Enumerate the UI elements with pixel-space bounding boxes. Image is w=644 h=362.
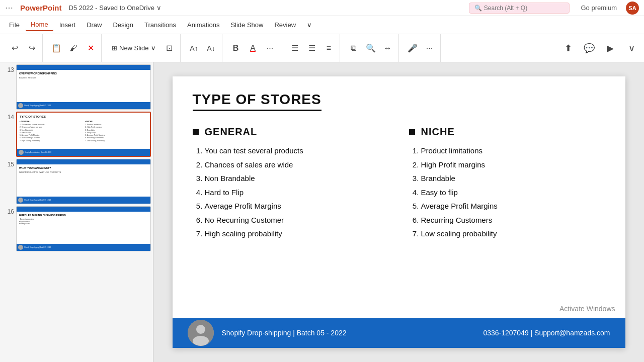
new-slide-button[interactable]: ⊞ New Slide ∨ (108, 42, 160, 54)
user-avatar[interactable]: SA (626, 2, 639, 15)
ribbon-more-button[interactable]: ∨ (623, 40, 640, 57)
menu-home[interactable]: Home (26, 19, 53, 31)
arrange-button[interactable]: ⧉ (346, 41, 361, 56)
general-item-7: High scaling probability (205, 229, 389, 239)
format-group: B A ··· (225, 34, 281, 62)
font-increase-button[interactable]: A↑ (187, 41, 202, 56)
font-group: A↑ A↓ (184, 34, 222, 62)
slide-body: TYPE OF STORES GENERAL You can test seve… (173, 76, 625, 243)
niche-bullet (409, 129, 415, 135)
slide-thumb-16[interactable]: 16 HURDLES DURING BUSINESS PERIOD • Acco… (2, 206, 151, 251)
activate-windows-text: Activate Windows (559, 305, 615, 313)
present-button[interactable]: ▶ (602, 40, 619, 57)
slide-14-footer: Shopify Drop-shipping | Batch 05 - 2022 (17, 149, 150, 156)
delete-button[interactable]: ✕ (83, 41, 98, 56)
slide-main-title: TYPE OF STORES (193, 92, 321, 111)
slide-13-title: OVERVIEW OF DROPSHIPPING (19, 72, 148, 75)
comments-button[interactable]: 💬 (581, 40, 598, 57)
svg-point-2 (193, 336, 209, 346)
general-item-4: Hard to Flip (205, 188, 389, 198)
bullets-button[interactable]: ☰ (287, 41, 302, 56)
clipboard-button[interactable]: 📋 (49, 41, 64, 56)
general-list: You can test several products Chances of… (193, 146, 389, 239)
slide-15-footer: Shopify Drop-shipping | Batch 05 - 2022 (17, 197, 150, 204)
footer-phone: 0336-1207049 (483, 329, 528, 337)
slide-preview-14[interactable]: TYPE OF STORES • GENERAL 1. You can test… (16, 112, 151, 157)
slide-16-footer: Shopify Drop-shipping | Batch 05 - 2022 (17, 244, 150, 251)
share-button[interactable]: ⬆ (559, 40, 577, 57)
numbering-button[interactable]: ☰ (304, 41, 319, 56)
align-button[interactable]: ≡ (321, 41, 337, 56)
slides-group: ⊞ New Slide ∨ ⊡ (105, 34, 181, 62)
general-bullet (193, 129, 199, 135)
slide-preview-13[interactable]: OVERVIEW OF DROPSHIPPING Business Struct… (16, 64, 151, 110)
general-item-6: No Recurring Customer (205, 215, 389, 225)
niche-item-6: Recurring Customers (421, 215, 605, 225)
slide-13-footer: Shopify Drop-shipping | Batch 05 - 2022 (17, 102, 150, 109)
mic-button[interactable]: 🎤 (405, 41, 420, 56)
slide-preview-16[interactable]: HURDLES DURING BUSINESS PERIOD • Account… (16, 206, 151, 251)
menu-design[interactable]: Design (108, 19, 138, 31)
niche-item-7: Low scaling probability (421, 229, 605, 239)
slide-15-header (17, 159, 150, 164)
menu-transitions[interactable]: Transitions (139, 19, 181, 31)
niche-item-1: Product limitations (421, 146, 605, 156)
slide-main[interactable]: TYPE OF STORES GENERAL You can test seve… (173, 76, 625, 348)
slide-panel[interactable]: 13 OVERVIEW OF DROPSHIPPING Business Str… (0, 62, 153, 362)
slide-15-title: WHAT YOU CAN EXPECT? (19, 166, 148, 169)
undo-button[interactable]: ↩ (7, 41, 22, 56)
more-format-button[interactable]: ··· (263, 41, 278, 56)
slide-thumb-15[interactable]: 15 WHAT YOU CAN EXPECT? WOW PRODUCT VS D… (2, 159, 151, 204)
slide-14-title: TYPE OF STORES (20, 115, 147, 118)
new-slide-label: New Slide (119, 44, 149, 52)
niche-header: NICHE (409, 126, 605, 138)
menu-animations[interactable]: Animations (182, 19, 224, 31)
niche-title: NICHE (421, 126, 455, 138)
slide-14-footer-text: Shopify Drop-shipping | Batch 05 - 2022 (25, 151, 51, 153)
general-item-3: Non Brandable (205, 173, 389, 184)
menu-slideshow[interactable]: Slide Show (225, 19, 268, 31)
clipboard-group: 📋 🖌 ✕ (46, 34, 102, 62)
main-layout: 13 OVERVIEW OF DROPSHIPPING Business Str… (0, 62, 644, 362)
slide-num-16: 16 (2, 206, 14, 215)
title-bar: ⋯ PowerPoint D5 2022 - Saved to OneDrive… (0, 0, 644, 16)
footer-separator: | (531, 329, 535, 337)
bold-button[interactable]: B (228, 41, 244, 56)
find-button[interactable]: 🔍 (363, 41, 378, 56)
slide-16-footer-text: Shopify Drop-shipping | Batch 05 - 2022 (24, 246, 51, 248)
slide-preview-15[interactable]: WHAT YOU CAN EXPECT? WOW PRODUCT VS DAIL… (16, 159, 151, 204)
slide-16-avatar (18, 245, 23, 250)
search-input[interactable] (469, 3, 570, 14)
layout-button[interactable]: ⊡ (162, 41, 177, 56)
redo-button[interactable]: ↪ (24, 41, 39, 56)
slide-16-header (17, 207, 150, 212)
format-painter-button[interactable]: 🖌 (66, 41, 81, 56)
content-area: TYPE OF STORES GENERAL You can test seve… (153, 62, 644, 362)
menu-review[interactable]: Review (269, 19, 301, 31)
voice-group: 🎤 ··· (402, 34, 441, 62)
slide-header-bar (17, 65, 150, 70)
niche-item-2: High Profit margins (421, 160, 605, 170)
app-dots: ⋯ (5, 3, 13, 13)
slide-num-15: 15 (2, 159, 14, 168)
niche-item-3: Brandable (421, 173, 605, 184)
menu-draw[interactable]: Draw (82, 19, 107, 31)
general-item-5: Average Profit Margins (205, 201, 389, 211)
new-slide-chevron: ∨ (151, 44, 156, 52)
footer-email: Support@hamzads.com (534, 329, 610, 337)
new-slide-icon: ⊞ (112, 44, 117, 52)
slide-13-footer-text: Shopify Drop-shipping | Batch 05 - 2022 (24, 105, 51, 107)
menu-insert[interactable]: Insert (54, 19, 81, 31)
font-color-button[interactable]: A (246, 41, 261, 56)
ribbon: ↩ ↪ 📋 🖌 ✕ ⊞ New Slide ∨ ⊡ A↑ A↓ B A ··· … (0, 34, 644, 62)
general-item-2: Chances of sales are wide (205, 160, 389, 170)
menu-file[interactable]: File (4, 19, 25, 31)
replace-button[interactable]: ↔ (380, 41, 395, 56)
go-premium-link[interactable]: Go premium (581, 4, 617, 12)
slide-columns: GENERAL You can test several products Ch… (193, 126, 605, 243)
font-decrease-button[interactable]: A↓ (204, 41, 219, 56)
more-ribbon-button[interactable]: ··· (422, 41, 437, 56)
menu-more[interactable]: ∨ (302, 19, 317, 31)
slide-thumb-13[interactable]: 13 OVERVIEW OF DROPSHIPPING Business Str… (2, 64, 151, 110)
slide-thumb-14[interactable]: 14 TYPE OF STORES • GENERAL 1. You can t… (2, 112, 151, 157)
